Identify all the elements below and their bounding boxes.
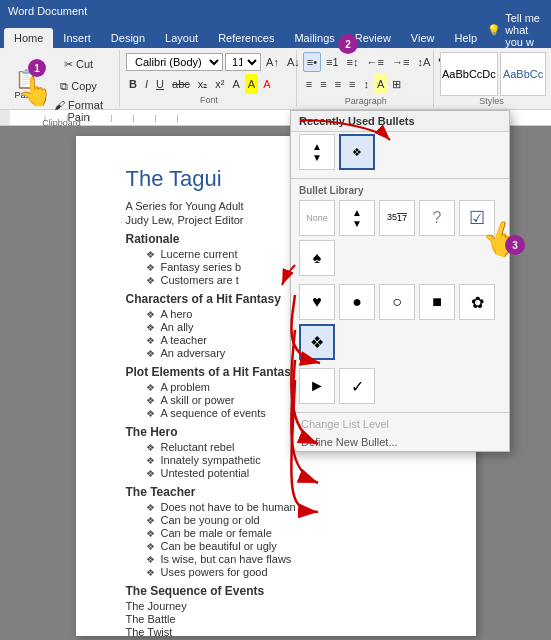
title-bar: Word Document [0,0,551,22]
bullet-spade[interactable]: ♠ [299,240,335,276]
copy-button[interactable]: ⧉ Copy [44,76,113,96]
app-title: Word Document [8,5,87,17]
borders-button[interactable]: ⊞ [389,74,404,94]
bullet-star-icon: ❖ [146,309,155,320]
font-size-selector[interactable]: 11 [225,53,261,71]
library-title: Bullet Library [291,181,509,198]
plain-item: The Journey [126,600,426,612]
bullet-flower[interactable]: ✿ [459,284,495,320]
list-item: ❖ Can be beautiful or ugly [126,540,426,552]
bullet-library-dropdown: Recently Used Bullets ▲▼ ❖ Bullet Librar… [290,110,510,452]
tab-view[interactable]: View [401,28,445,48]
recent-bullet-selected[interactable]: ❖ [339,134,375,170]
section-teacher: The Teacher [126,485,426,499]
align-right-button[interactable]: ≡ [332,74,344,94]
superscript-button[interactable]: x² [212,74,227,94]
bullet-fraction[interactable]: 3517 [379,200,415,236]
library-icons-row2: ♥ ● ○ ■ ✿ ❖ [291,282,509,366]
bullet-star-icon: ❖ [146,455,155,466]
bullet-star-icon: ❖ [146,567,155,578]
bullet-star-icon: ❖ [146,528,155,539]
bullet-star-icon: ❖ [146,262,155,273]
bullet-circle[interactable]: ○ [379,284,415,320]
list-item: ❖ Uses powers for good [126,566,426,578]
plain-item: The Twist [126,626,426,638]
numbering-button[interactable]: ≡1 [323,52,342,72]
align-center-button[interactable]: ≡ [317,74,329,94]
list-item-innately: ❖ Innately sympathetic [126,454,426,466]
bullet-star-icon: ❖ [146,442,155,453]
bullet-star-icon: ❖ [146,382,155,393]
hand-cursor-icon-1: 👆 [18,75,53,108]
strikethrough-button[interactable]: abc [169,74,193,94]
paragraph-label: Paragraph [345,96,387,106]
increase-indent-button[interactable]: →≡ [389,52,412,72]
multilevel-list-button[interactable]: ≡↕ [344,52,362,72]
font-name-selector[interactable]: Calibri (Body) [126,53,223,71]
bullet-square[interactable]: ■ [419,284,455,320]
style-heading1[interactable]: AaBbCc [500,52,546,96]
cut-button[interactable]: ✂ Cut [44,54,113,74]
underline-button[interactable]: U [153,74,167,94]
bullet-checkmark[interactable]: ✓ [339,368,375,404]
tell-me-text[interactable]: Tell me what you w [505,12,543,48]
ribbon-tabs: Home Insert Design Layout References Mai… [0,22,551,48]
font-group: Calibri (Body) 11 A↑ A↓ B I U abc x₂ x² … [122,50,297,107]
list-item: ❖ Untested potential [126,467,426,479]
bullet-star-icon: ❖ [146,249,155,260]
bullet-star-icon: ❖ [146,348,155,359]
recent-bullet-arrows[interactable]: ▲▼ [299,134,335,170]
bullet-star-icon: ❖ [146,275,155,286]
define-new-bullet-item[interactable]: Define New Bullet... [291,433,509,451]
text-effects-button[interactable]: A [229,74,242,94]
paragraph-group: ≡• ≡1 ≡↕ ←≡ →≡ ↕A ¶ ≡ ≡ ≡ ≡ ↕ A ⊞ Paragr… [299,50,434,107]
shading-button[interactable]: A [374,74,387,94]
styles-group: AaBbCcDc AaBbCc Styles [436,50,547,107]
align-left-button[interactable]: ≡ [303,74,315,94]
sort-button[interactable]: ↕A [414,52,433,72]
bullet-none[interactable]: None [299,200,335,236]
list-item-doesnt-have: ❖ Does not have to be human [126,501,426,513]
font-color-button[interactable]: A [260,74,273,94]
annotation-number-2: 2 [338,34,358,54]
bullet-star-icon: ❖ [146,408,155,419]
tab-help[interactable]: Help [445,28,488,48]
bullet-star-icon: ❖ [146,335,155,346]
bullet-filled-circle[interactable]: ● [339,284,375,320]
highlight-button[interactable]: A [245,74,258,94]
style-normal[interactable]: AaBbCcDc [440,52,498,96]
decrease-indent-button[interactable]: ←≡ [364,52,387,72]
lightbulb-icon: 💡 [487,24,501,37]
tab-mailings[interactable]: Mailings [284,28,344,48]
tab-design[interactable]: Design [101,28,155,48]
bullet-star-icon: ❖ [146,515,155,526]
section-sequence: The Sequence of Events [126,584,426,598]
font-label: Font [200,95,218,105]
bullet-arrow-right[interactable]: ► [299,368,335,404]
dropdown-divider2 [291,412,509,413]
bullet-star-icon: ❖ [146,322,155,333]
line-spacing-button[interactable]: ↕ [360,74,372,94]
tab-home[interactable]: Home [4,28,53,48]
tab-layout[interactable]: Layout [155,28,208,48]
bullet-arrows[interactable]: ▲▼ [339,200,375,236]
bold-button[interactable]: B [126,74,140,94]
bullet-question[interactable]: ? [419,200,455,236]
bullet-star-icon: ❖ [146,468,155,479]
subscript-button[interactable]: x₂ [195,74,211,94]
bullet-diamond-selected[interactable]: ❖ [299,324,335,360]
list-item: ❖ Can be young or old [126,514,426,526]
plain-item: The Battle [126,613,426,625]
dropdown-divider [291,178,509,179]
bullets-button[interactable]: ≡• [303,52,321,72]
bullet-star-icon: ❖ [146,541,155,552]
tab-references[interactable]: References [208,28,284,48]
tab-insert[interactable]: Insert [53,28,101,48]
format-paint-button[interactable]: 🖌 Format Pain [44,98,113,118]
bullet-star-icon: ❖ [146,502,155,513]
styles-label: Styles [479,96,504,106]
italic-button[interactable]: I [142,74,151,94]
justify-button[interactable]: ≡ [346,74,358,94]
bullet-heart[interactable]: ♥ [299,284,335,320]
increase-font-button[interactable]: A↑ [263,52,282,72]
